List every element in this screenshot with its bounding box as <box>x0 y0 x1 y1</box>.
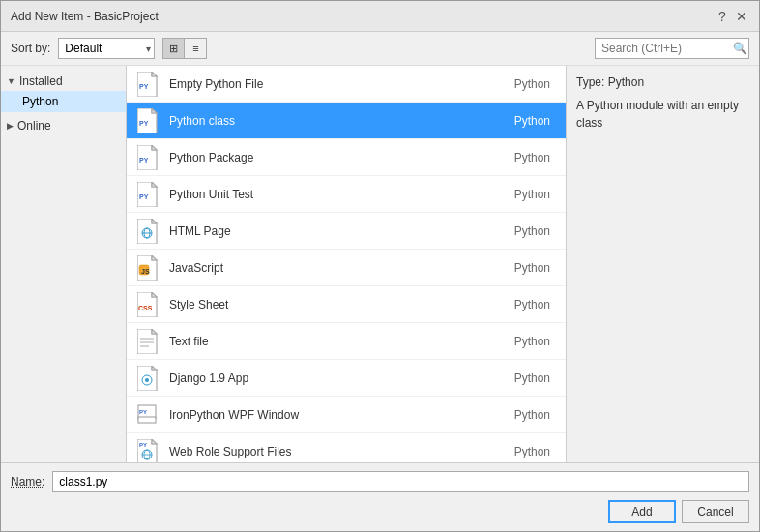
info-description: A Python module with an empty class <box>576 97 749 132</box>
svg-marker-22 <box>152 292 157 297</box>
installed-header[interactable]: ▼ Installed <box>1 72 126 91</box>
style-sheet-category: Python <box>514 298 550 311</box>
django-app-name: Django 1.9 App <box>169 371 514 385</box>
svg-text:PY: PY <box>139 193 149 200</box>
html-page-name: HTML Page <box>169 224 514 238</box>
python-class-name: Python class <box>169 114 514 128</box>
html-page-category: Python <box>514 224 550 238</box>
svg-marker-25 <box>152 329 157 334</box>
window-title: Add New Item - BasicProject <box>11 10 159 23</box>
python-package-icon: PY <box>134 144 161 171</box>
svg-text:PY: PY <box>139 409 147 415</box>
list-item[interactable]: Django 1.9 App Python <box>127 360 566 397</box>
python-package-name: Python Package <box>169 151 514 164</box>
python-class-category: Python <box>514 114 550 128</box>
list-item[interactable]: PY Empty Python File Python <box>127 66 566 103</box>
svg-marker-10 <box>152 182 157 187</box>
add-button[interactable]: Add <box>608 500 676 523</box>
svg-text:PY: PY <box>139 120 149 127</box>
svg-marker-1 <box>152 72 157 76</box>
list-view-button[interactable]: ≡ <box>185 39 206 58</box>
sidebar: ▼ Installed Python ▶ Online <box>1 66 127 462</box>
text-file-name: Text file <box>169 335 514 348</box>
python-unit-test-category: Python <box>514 188 550 201</box>
svg-text:PY: PY <box>139 83 149 90</box>
svg-marker-37 <box>152 439 157 444</box>
search-input[interactable] <box>595 38 749 59</box>
top-bar: Sort by: Default Name Type ⊞ ≡ 🔍 <box>1 32 759 66</box>
content-area: Sort by: Default Name Type ⊞ ≡ 🔍 <box>1 32 759 531</box>
info-panel: Type: Python A Python module with an emp… <box>566 66 759 462</box>
name-input[interactable] <box>52 471 749 492</box>
sort-select-wrapper: Default Name Type <box>58 38 155 59</box>
list-item[interactable]: Text file Python <box>127 323 566 360</box>
svg-marker-13 <box>152 219 157 223</box>
cancel-button[interactable]: Cancel <box>682 500 749 523</box>
type-label: Type: <box>576 75 604 89</box>
web-role-icon: PY <box>134 438 161 463</box>
django-app-category: Python <box>514 371 550 385</box>
view-toggle: ⊞ ≡ <box>162 38 207 59</box>
empty-python-file-category: Python <box>514 77 550 91</box>
style-sheet-icon: CSS <box>134 291 161 318</box>
empty-python-file-name: Empty Python File <box>169 77 514 91</box>
svg-marker-7 <box>152 145 157 150</box>
svg-marker-18 <box>152 255 157 260</box>
empty-python-file-icon: PY <box>134 71 161 98</box>
ironpython-category: Python <box>514 408 550 422</box>
svg-text:CSS: CSS <box>138 305 153 311</box>
help-button[interactable]: ? <box>715 9 730 24</box>
name-row: Name: <box>11 471 749 492</box>
grid-view-button[interactable]: ⊞ <box>163 39 185 58</box>
python-unit-test-name: Python Unit Test <box>169 188 514 201</box>
main-body: ▼ Installed Python ▶ Online <box>1 66 759 462</box>
javascript-category: Python <box>514 261 550 275</box>
text-file-icon <box>134 328 161 355</box>
list-item[interactable]: PY IronPython WPF Window Python <box>127 397 566 433</box>
sort-label: Sort by: <box>11 42 50 55</box>
item-list: PY Empty Python File Python PY <box>127 66 566 462</box>
sidebar-item-python[interactable]: Python <box>1 91 126 112</box>
django-app-icon <box>134 365 161 392</box>
name-label: Name: <box>11 475 44 488</box>
python-unit-test-icon: PY <box>134 181 161 208</box>
close-button[interactable]: ✕ <box>734 9 749 24</box>
online-section: ▶ Online <box>1 114 126 137</box>
style-sheet-name: Style Sheet <box>169 298 514 311</box>
svg-text:JS: JS <box>141 268 150 275</box>
dialog-window: Add New Item - BasicProject ? ✕ Sort by:… <box>0 0 760 532</box>
html-page-icon <box>134 218 161 245</box>
list-item[interactable]: HTML Page Python <box>127 213 566 250</box>
javascript-icon: JS <box>134 254 161 281</box>
info-type: Type: Python <box>576 75 749 89</box>
ironpython-icon: PY <box>134 401 161 429</box>
svg-text:PY: PY <box>139 157 149 163</box>
list-item[interactable]: CSS Style Sheet Python <box>127 286 566 323</box>
search-icon[interactable]: 🔍 <box>733 42 747 55</box>
svg-rect-34 <box>138 417 156 423</box>
online-label: Online <box>17 119 51 133</box>
installed-arrow: ▼ <box>7 76 15 86</box>
button-row: Add Cancel <box>11 500 749 523</box>
online-arrow: ▶ <box>7 121 14 131</box>
web-role-category: Python <box>514 445 550 458</box>
javascript-name: JavaScript <box>169 261 514 275</box>
online-header[interactable]: ▶ Online <box>1 116 126 135</box>
svg-text:PY: PY <box>139 442 147 448</box>
list-item[interactable]: PY Web Role Support Files Python <box>127 433 566 462</box>
svg-marker-4 <box>152 108 157 113</box>
search-wrapper: 🔍 <box>595 38 749 59</box>
title-bar: Add New Item - BasicProject ? ✕ <box>1 1 759 32</box>
installed-label: Installed <box>19 74 63 88</box>
bottom-bar: Name: Add Cancel <box>1 462 759 531</box>
list-item[interactable]: JS JavaScript Python <box>127 250 566 286</box>
list-item[interactable]: PY Python class Python <box>127 103 566 139</box>
text-file-category: Python <box>514 335 550 348</box>
list-item[interactable]: PY Python Package Python <box>127 139 566 176</box>
type-value: Python <box>608 75 644 89</box>
title-bar-controls: ? ✕ <box>715 9 749 24</box>
svg-point-32 <box>145 378 149 382</box>
sort-select[interactable]: Default Name Type <box>58 38 155 59</box>
list-item[interactable]: PY Python Unit Test Python <box>127 176 566 213</box>
web-role-name: Web Role Support Files <box>169 445 514 458</box>
